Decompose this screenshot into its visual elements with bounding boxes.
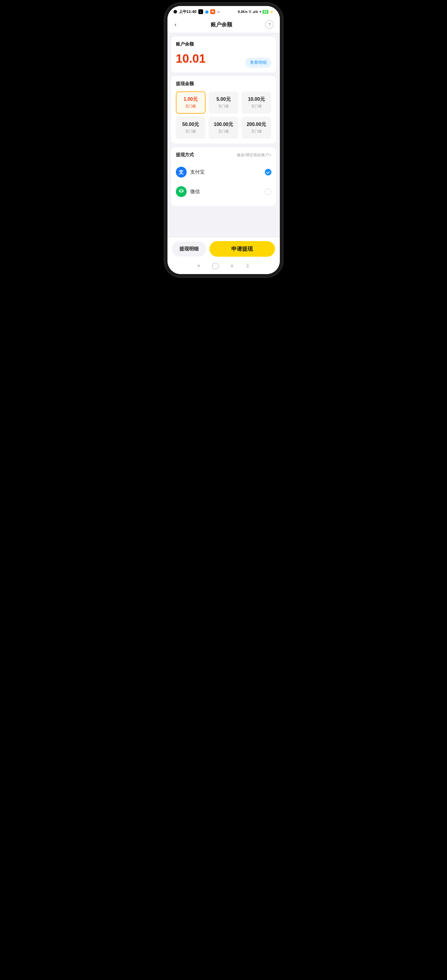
main-content: 账户余额 10.01 查看明细 提现金额 1.00元 无门槛 5.00元 无门槛… xyxy=(168,33,280,237)
status-left: 上午11:40 ♪ ◉ 淘 ··· xyxy=(173,9,220,14)
multitask-icon[interactable]: ⇩ xyxy=(246,263,250,269)
page-title: 账户余额 xyxy=(211,21,232,28)
network-speed: 9.2K/s xyxy=(238,10,247,13)
amount-condition-5: 无门槛 xyxy=(211,129,236,134)
signal-icon: ▽ xyxy=(249,10,251,14)
status-icons: 9.2K/s ▽ ⊿㎐ ▿ 63 ⚡ xyxy=(238,10,274,14)
page-header: ‹ 账户余额 ? xyxy=(168,16,280,33)
amount-grid: 1.00元 无门槛 5.00元 无门槛 10.00元 无门槛 50.00元 无门… xyxy=(176,91,271,139)
taobao-icon: 淘 xyxy=(210,9,215,14)
payment-method-card: 提现方式 修改/绑定收款账户> 支 支付宝 xyxy=(171,147,276,206)
chat-icon: ◉ xyxy=(205,9,209,14)
status-bar: 上午11:40 ♪ ◉ 淘 ··· 9.2K/s ▽ ⊿㎐ ▿ 63 ⚡ xyxy=(168,6,280,16)
wechat-icon xyxy=(176,186,187,197)
amount-item-3[interactable]: 10.00元 无门槛 xyxy=(241,91,271,114)
svg-point-5 xyxy=(180,191,181,191)
battery-indicator: 63 xyxy=(262,10,268,14)
amount-item-1[interactable]: 1.00元 无门槛 xyxy=(176,91,206,114)
withdrawal-section-title: 提现金额 xyxy=(176,81,271,87)
alipay-name: 支付宝 xyxy=(190,169,204,175)
home-button[interactable] xyxy=(212,263,219,269)
withdrawal-detail-button[interactable]: 提现明细 xyxy=(172,242,206,256)
apply-withdrawal-button[interactable]: 申请提现 xyxy=(209,241,275,257)
wechat-left: 微信 xyxy=(176,186,200,197)
bind-account-link[interactable]: 修改/绑定收款账户> xyxy=(237,152,271,158)
amount-value-5: 100.00元 xyxy=(211,121,236,128)
home-navigation: ≡ ≡ ⇩ xyxy=(168,260,280,274)
balance-card: 账户余额 10.01 查看明细 xyxy=(171,37,276,73)
dots-icon: ··· xyxy=(217,10,220,14)
wechat-name: 微信 xyxy=(190,189,200,195)
menu-icon[interactable]: ≡ xyxy=(197,263,200,269)
amount-value-1: 1.00元 xyxy=(179,96,203,103)
amount-condition-3: 无门槛 xyxy=(244,104,268,109)
amount-item-5[interactable]: 100.00元 无门槛 xyxy=(209,117,238,139)
withdrawal-card: 提现金额 1.00元 无门槛 5.00元 无门槛 10.00元 无门槛 50.0… xyxy=(171,76,276,144)
time-display: 上午11:40 xyxy=(179,9,197,14)
amount-value-4: 50.00元 xyxy=(179,121,203,128)
alipay-method-item[interactable]: 支 支付宝 xyxy=(176,162,271,182)
bottom-action-bar: 提现明细 申请提现 xyxy=(168,237,280,260)
alipay-radio-selected xyxy=(265,169,271,175)
help-button[interactable]: ? xyxy=(265,21,274,29)
balance-header: 10.01 查看明细 xyxy=(176,52,271,68)
balance-section-title: 账户余额 xyxy=(176,41,271,47)
amount-value-2: 5.00元 xyxy=(211,96,236,103)
amount-condition-4: 无门槛 xyxy=(179,129,203,134)
camera-icon xyxy=(173,10,177,13)
amount-item-4[interactable]: 50.00元 无门槛 xyxy=(176,117,206,139)
amount-value-6: 200.00元 xyxy=(244,121,268,128)
amount-item-2[interactable]: 5.00元 无门槛 xyxy=(209,91,238,114)
svg-text:支: 支 xyxy=(178,169,184,175)
wechat-radio-unselected xyxy=(265,188,271,195)
mobile-icon: ⊿㎐ xyxy=(252,10,258,14)
amount-value-3: 10.00元 xyxy=(244,96,268,103)
amount-item-6[interactable]: 200.00元 无门槛 xyxy=(241,117,271,139)
phone-frame: 上午11:40 ♪ ◉ 淘 ··· 9.2K/s ▽ ⊿㎐ ▿ 63 ⚡ ‹ 账… xyxy=(168,6,280,274)
back-button[interactable]: ‹ xyxy=(173,20,178,29)
amount-condition-2: 无门槛 xyxy=(211,104,236,109)
alipay-left: 支 支付宝 xyxy=(176,167,204,178)
method-header: 提现方式 修改/绑定收款账户> xyxy=(176,152,271,158)
content-spacer xyxy=(171,210,276,234)
charging-icon: ⚡ xyxy=(269,10,274,14)
amount-condition-1: 无门槛 xyxy=(179,104,203,109)
back-nav-icon[interactable]: ≡ xyxy=(231,263,233,269)
view-detail-button[interactable]: 查看明细 xyxy=(245,57,271,68)
wechat-method-item[interactable]: 微信 xyxy=(176,182,271,201)
tiktok-icon: ♪ xyxy=(198,9,203,14)
method-section-title: 提现方式 xyxy=(176,152,194,158)
amount-condition-6: 无门槛 xyxy=(244,129,268,134)
balance-amount: 10.01 xyxy=(176,52,206,65)
svg-point-6 xyxy=(182,191,182,191)
wifi-icon: ▿ xyxy=(260,10,261,14)
alipay-icon: 支 xyxy=(176,167,187,178)
